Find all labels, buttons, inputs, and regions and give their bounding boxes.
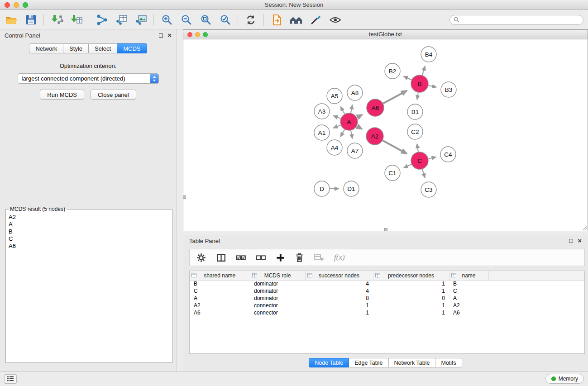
tab-node-table[interactable]: Node Table — [309, 358, 349, 367]
edge-B-B2[interactable] — [404, 76, 411, 80]
table-row[interactable]: Bdominator41B — [190, 280, 584, 287]
close-panel-button[interactable]: Close panel — [91, 90, 136, 100]
edge-B-B1[interactable] — [417, 93, 418, 100]
zoom-out-button[interactable] — [179, 13, 193, 27]
tab-motifs[interactable]: Motifs — [435, 358, 462, 367]
node-C3[interactable]: C3 — [421, 182, 436, 197]
node-A4[interactable]: A4 — [327, 140, 342, 155]
node-A7[interactable]: A7 — [347, 143, 363, 158]
tab-mcds[interactable]: MCDS — [117, 43, 147, 53]
table-row[interactable]: A6connector11A6 — [190, 309, 584, 316]
network-minimize-button[interactable] — [195, 32, 200, 37]
node-A3[interactable]: A3 — [314, 104, 330, 119]
node-A2[interactable]: A2 — [366, 128, 383, 145]
edge-C-C3[interactable] — [422, 169, 425, 178]
mcds-result-item[interactable]: C — [8, 235, 170, 243]
table-cell[interactable]: B — [190, 280, 250, 287]
show-hide-button[interactable] — [328, 13, 342, 27]
table-cell[interactable]: dominator — [250, 295, 305, 302]
table-cell[interactable]: 8 — [305, 295, 373, 302]
edge-A2-C[interactable] — [383, 141, 407, 154]
table-cell[interactable]: 1 — [305, 309, 373, 316]
edge-B-B3[interactable] — [429, 86, 437, 87]
node-B4[interactable]: B4 — [421, 47, 436, 62]
table-cell[interactable]: dominator — [250, 287, 305, 295]
window-resize-handle[interactable] — [384, 228, 387, 231]
column-header-MCDS-role[interactable]: MCDS role — [250, 271, 305, 280]
mcds-result-item[interactable]: A — [8, 221, 170, 228]
edge-A-A6[interactable] — [357, 114, 363, 118]
network-close-button[interactable] — [187, 32, 192, 37]
table-cell[interactable]: C — [190, 287, 250, 295]
table-cell[interactable]: 1 — [373, 309, 449, 316]
zoom-window-button[interactable] — [23, 2, 28, 8]
table-row[interactable]: Cdominator41C — [190, 287, 584, 295]
table-cell[interactable]: 1 — [373, 280, 449, 287]
create-column-button[interactable] — [276, 253, 285, 262]
node-C1[interactable]: C1 — [385, 165, 400, 181]
edge-A-A3[interactable] — [333, 116, 340, 119]
tab-network-table[interactable]: Network Table — [389, 358, 436, 367]
table-cell[interactable]: 0 — [373, 295, 449, 302]
new-network-button[interactable] — [95, 13, 109, 27]
memory-button[interactable]: Memory — [545, 374, 584, 384]
table-cell[interactable]: connector — [250, 309, 305, 316]
edge-A-A2[interactable] — [357, 126, 362, 129]
import-table-button[interactable] — [69, 13, 83, 27]
mcds-result-item[interactable]: A6 — [8, 243, 170, 250]
tab-select[interactable]: Select — [89, 43, 117, 53]
table-cell[interactable]: A6 — [449, 309, 488, 316]
float-panel-button[interactable] — [159, 33, 163, 38]
mcds-result-item[interactable]: B — [8, 228, 170, 235]
node-A1[interactable]: A1 — [314, 125, 330, 140]
node-C4[interactable]: C4 — [440, 147, 456, 162]
run-mcds-button[interactable]: Run MCDS — [40, 90, 84, 100]
close-table-panel-button[interactable]: × — [578, 238, 582, 243]
edge-C-C1[interactable] — [404, 164, 411, 168]
unselect-all-columns-button[interactable] — [256, 253, 266, 262]
show-columns-button[interactable] — [216, 253, 226, 263]
node-A5[interactable]: A5 — [327, 88, 342, 104]
table-cell[interactable]: A6 — [190, 309, 250, 316]
node-D1[interactable]: D1 — [344, 181, 359, 196]
table-cell[interactable]: C — [449, 287, 488, 295]
table-cell[interactable]: 1 — [373, 287, 449, 295]
tab-style[interactable]: Style — [63, 43, 89, 53]
table-cell[interactable]: 1 — [305, 302, 373, 309]
delete-column-button[interactable] — [295, 253, 304, 262]
table-cell[interactable]: dominator — [250, 280, 305, 287]
node-A[interactable]: A — [340, 113, 358, 130]
export-image-button[interactable] — [134, 13, 148, 27]
network-table-button[interactable] — [115, 13, 128, 27]
node-C2[interactable]: C2 — [407, 124, 423, 139]
minimize-window-button[interactable] — [14, 2, 19, 8]
import-network-button[interactable] — [50, 13, 63, 27]
table-cell[interactable]: A2 — [190, 302, 250, 309]
table-cell[interactable]: 4 — [305, 287, 373, 295]
table-cell[interactable]: B — [449, 280, 488, 287]
tab-edge-table[interactable]: Edge Table — [349, 358, 388, 367]
select-all-columns-button[interactable] — [236, 253, 246, 262]
node-B1[interactable]: B1 — [407, 104, 423, 119]
column-header-predecessor-nodes[interactable]: predecessor nodes — [373, 271, 449, 280]
criterion-dropdown[interactable]: largest connected component (directed) — [18, 73, 159, 84]
apply-style-button[interactable] — [309, 13, 322, 27]
edge-C-C4[interactable] — [429, 157, 436, 159]
table-cell[interactable]: A — [190, 295, 250, 302]
node-B[interactable]: B — [411, 75, 428, 92]
search-input[interactable] — [462, 17, 579, 23]
edge-A-A1[interactable] — [333, 125, 340, 128]
tab-network[interactable]: Network — [29, 43, 63, 53]
refresh-layout-button[interactable] — [244, 13, 258, 27]
edge-A6-B[interactable] — [383, 91, 407, 103]
open-file-button[interactable] — [5, 13, 18, 27]
edge-A-A4[interactable] — [340, 129, 344, 137]
column-header-shared-name[interactable]: shared name — [190, 271, 250, 280]
window-resize-handle[interactable] — [183, 195, 186, 199]
zoom-selected-button[interactable] — [218, 13, 232, 27]
task-history-button[interactable] — [4, 374, 17, 384]
float-table-panel-button[interactable] — [569, 239, 573, 243]
edge-B-B4[interactable] — [422, 66, 425, 75]
table-cell[interactable]: connector — [250, 302, 305, 309]
node-A6[interactable]: A6 — [367, 99, 384, 116]
